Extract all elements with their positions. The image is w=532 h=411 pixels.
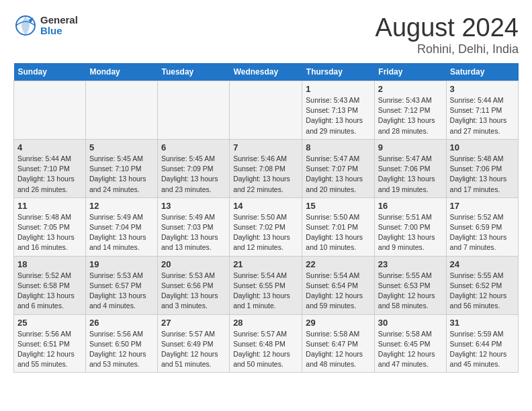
logo-blue: Blue	[40, 26, 78, 37]
calendar-cell	[157, 81, 229, 140]
calendar-week-row: 18Sunrise: 5:52 AM Sunset: 6:58 PM Dayli…	[14, 256, 519, 314]
day-info: Sunrise: 5:58 AM Sunset: 6:47 PM Dayligh…	[306, 329, 371, 370]
calendar-week-row: 1Sunrise: 5:43 AM Sunset: 7:13 PM Daylig…	[14, 81, 519, 140]
calendar-cell: 6Sunrise: 5:45 AM Sunset: 7:09 PM Daylig…	[157, 139, 229, 197]
calendar-cell	[14, 81, 86, 140]
calendar-cell: 2Sunrise: 5:43 AM Sunset: 7:12 PM Daylig…	[374, 81, 446, 140]
weekday-header-row: SundayMondayTuesdayWednesdayThursdayFrid…	[14, 63, 519, 81]
calendar-cell: 10Sunrise: 5:48 AM Sunset: 7:06 PM Dayli…	[446, 139, 518, 197]
day-info: Sunrise: 5:47 AM Sunset: 7:06 PM Dayligh…	[378, 154, 443, 195]
day-number: 23	[378, 259, 443, 269]
day-info: Sunrise: 5:59 AM Sunset: 6:44 PM Dayligh…	[450, 329, 515, 370]
day-info: Sunrise: 5:55 AM Sunset: 6:53 PM Dayligh…	[378, 271, 443, 312]
day-info: Sunrise: 5:52 AM Sunset: 6:58 PM Dayligh…	[17, 271, 82, 312]
calendar-cell: 30Sunrise: 5:58 AM Sunset: 6:45 PM Dayli…	[374, 314, 446, 373]
calendar-cell: 29Sunrise: 5:58 AM Sunset: 6:47 PM Dayli…	[302, 314, 375, 373]
day-number: 22	[306, 259, 371, 269]
day-number: 30	[378, 318, 443, 328]
calendar-cell: 1Sunrise: 5:43 AM Sunset: 7:13 PM Daylig…	[302, 81, 375, 140]
calendar-cell: 23Sunrise: 5:55 AM Sunset: 6:53 PM Dayli…	[374, 256, 446, 314]
day-info: Sunrise: 5:56 AM Sunset: 6:51 PM Dayligh…	[17, 329, 82, 370]
day-number: 5	[89, 142, 154, 152]
calendar-cell: 12Sunrise: 5:49 AM Sunset: 7:04 PM Dayli…	[85, 197, 157, 256]
calendar-cell: 31Sunrise: 5:59 AM Sunset: 6:44 PM Dayli…	[446, 314, 518, 373]
day-info: Sunrise: 5:44 AM Sunset: 7:11 PM Dayligh…	[450, 95, 515, 136]
day-info: Sunrise: 5:50 AM Sunset: 7:01 PM Dayligh…	[306, 212, 371, 253]
calendar-week-row: 4Sunrise: 5:44 AM Sunset: 7:10 PM Daylig…	[14, 139, 519, 197]
calendar-week-row: 11Sunrise: 5:48 AM Sunset: 7:05 PM Dayli…	[14, 197, 519, 256]
weekday-tuesday: Tuesday	[157, 63, 229, 81]
calendar-cell: 13Sunrise: 5:49 AM Sunset: 7:03 PM Dayli…	[157, 197, 229, 256]
day-number: 2	[378, 84, 443, 94]
calendar-cell	[230, 81, 302, 140]
calendar-cell	[85, 81, 157, 140]
day-number: 9	[378, 142, 443, 152]
day-info: Sunrise: 5:50 AM Sunset: 7:02 PM Dayligh…	[233, 212, 298, 253]
day-number: 3	[450, 84, 515, 94]
calendar-subtitle: Rohini, Delhi, India	[375, 42, 519, 56]
day-info: Sunrise: 5:45 AM Sunset: 7:10 PM Dayligh…	[89, 154, 154, 195]
calendar-cell: 9Sunrise: 5:47 AM Sunset: 7:06 PM Daylig…	[374, 139, 446, 197]
logo-text: General Blue	[40, 15, 78, 37]
calendar-cell: 28Sunrise: 5:57 AM Sunset: 6:48 PM Dayli…	[230, 314, 302, 373]
day-number: 12	[89, 201, 154, 211]
calendar-cell: 16Sunrise: 5:51 AM Sunset: 7:00 PM Dayli…	[374, 197, 446, 256]
calendar-cell: 3Sunrise: 5:44 AM Sunset: 7:11 PM Daylig…	[446, 81, 518, 140]
calendar-cell: 18Sunrise: 5:52 AM Sunset: 6:58 PM Dayli…	[14, 256, 86, 314]
calendar-cell: 26Sunrise: 5:56 AM Sunset: 6:50 PM Dayli…	[85, 314, 157, 373]
day-number: 16	[378, 201, 443, 211]
day-number: 19	[89, 259, 154, 269]
day-number: 28	[233, 318, 298, 328]
calendar-cell: 8Sunrise: 5:47 AM Sunset: 7:07 PM Daylig…	[302, 139, 375, 197]
day-info: Sunrise: 5:56 AM Sunset: 6:50 PM Dayligh…	[89, 329, 154, 370]
day-number: 10	[450, 142, 515, 152]
weekday-wednesday: Wednesday	[230, 63, 302, 81]
day-number: 6	[161, 142, 226, 152]
day-info: Sunrise: 5:57 AM Sunset: 6:48 PM Dayligh…	[233, 329, 298, 370]
calendar-title: August 2024	[375, 13, 519, 42]
day-number: 8	[306, 142, 371, 152]
day-number: 4	[17, 142, 82, 152]
calendar-cell: 25Sunrise: 5:56 AM Sunset: 6:51 PM Dayli…	[14, 314, 86, 373]
day-number: 15	[306, 201, 371, 211]
day-info: Sunrise: 5:54 AM Sunset: 6:55 PM Dayligh…	[233, 271, 298, 312]
day-number: 7	[233, 142, 298, 152]
day-number: 17	[450, 201, 515, 211]
calendar-cell: 7Sunrise: 5:46 AM Sunset: 7:08 PM Daylig…	[230, 139, 302, 197]
day-info: Sunrise: 5:53 AM Sunset: 6:56 PM Dayligh…	[161, 271, 226, 312]
day-info: Sunrise: 5:44 AM Sunset: 7:10 PM Dayligh…	[17, 154, 82, 195]
day-number: 14	[233, 201, 298, 211]
day-number: 25	[17, 318, 82, 328]
day-info: Sunrise: 5:46 AM Sunset: 7:08 PM Dayligh…	[233, 154, 298, 195]
day-info: Sunrise: 5:48 AM Sunset: 7:06 PM Dayligh…	[450, 154, 515, 195]
calendar-cell: 4Sunrise: 5:44 AM Sunset: 7:10 PM Daylig…	[14, 139, 86, 197]
calendar-cell: 22Sunrise: 5:54 AM Sunset: 6:54 PM Dayli…	[302, 256, 375, 314]
calendar-cell: 27Sunrise: 5:57 AM Sunset: 6:49 PM Dayli…	[157, 314, 229, 373]
day-number: 29	[306, 318, 371, 328]
day-info: Sunrise: 5:45 AM Sunset: 7:09 PM Dayligh…	[161, 154, 226, 195]
calendar-cell: 19Sunrise: 5:53 AM Sunset: 6:57 PM Dayli…	[85, 256, 157, 314]
day-number: 1	[306, 84, 371, 94]
calendar-cell: 21Sunrise: 5:54 AM Sunset: 6:55 PM Dayli…	[230, 256, 302, 314]
day-info: Sunrise: 5:54 AM Sunset: 6:54 PM Dayligh…	[306, 271, 371, 312]
weekday-sunday: Sunday	[14, 63, 86, 81]
title-block: August 2024 Rohini, Delhi, India	[375, 13, 519, 56]
day-number: 31	[450, 318, 515, 328]
day-number: 24	[450, 259, 515, 269]
calendar-cell: 14Sunrise: 5:50 AM Sunset: 7:02 PM Dayli…	[230, 197, 302, 256]
logo: General Blue	[13, 13, 78, 38]
day-number: 20	[161, 259, 226, 269]
day-info: Sunrise: 5:43 AM Sunset: 7:13 PM Dayligh…	[306, 95, 371, 136]
day-info: Sunrise: 5:58 AM Sunset: 6:45 PM Dayligh…	[378, 329, 443, 370]
calendar-cell: 11Sunrise: 5:48 AM Sunset: 7:05 PM Dayli…	[14, 197, 86, 256]
day-number: 27	[161, 318, 226, 328]
day-info: Sunrise: 5:52 AM Sunset: 6:59 PM Dayligh…	[450, 212, 515, 253]
day-info: Sunrise: 5:48 AM Sunset: 7:05 PM Dayligh…	[17, 212, 82, 253]
logo-general: General	[40, 15, 78, 26]
calendar-cell: 20Sunrise: 5:53 AM Sunset: 6:56 PM Dayli…	[157, 256, 229, 314]
day-info: Sunrise: 5:51 AM Sunset: 7:00 PM Dayligh…	[378, 212, 443, 253]
weekday-friday: Friday	[374, 63, 446, 81]
calendar-cell: 17Sunrise: 5:52 AM Sunset: 6:59 PM Dayli…	[446, 197, 518, 256]
day-info: Sunrise: 5:53 AM Sunset: 6:57 PM Dayligh…	[89, 271, 154, 312]
page-header: General Blue August 2024 Rohini, Delhi, …	[13, 13, 519, 56]
